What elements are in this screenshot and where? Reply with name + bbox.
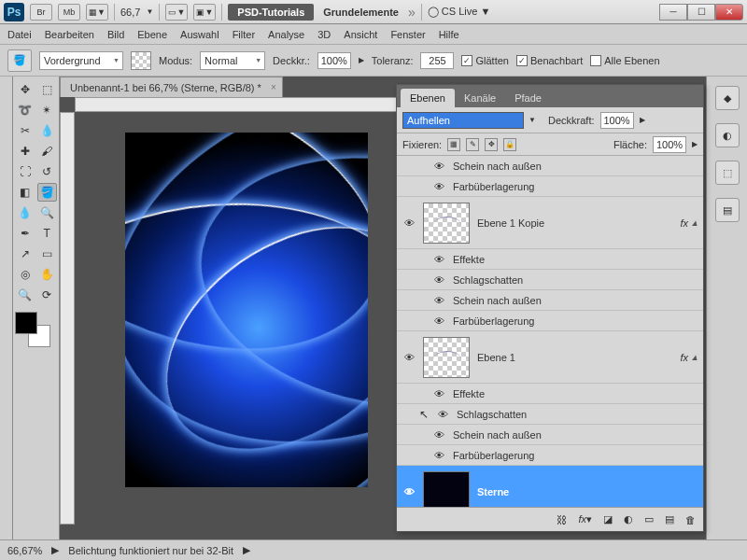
workspace-plain[interactable]: Grundelemente [319,7,402,18]
tolerance-field[interactable]: 255 [420,52,454,69]
tab-ebenen[interactable]: Ebenen [401,89,455,107]
marquee-tool[interactable]: ⬚ [37,80,58,99]
layer-row[interactable]: 👁Ebene 1 Kopiefx ▴ [397,197,703,249]
visibility-icon[interactable]: 👁 [402,351,416,364]
more-workspaces-icon[interactable]: » [408,5,416,20]
canvas[interactable] [125,133,368,487]
menu-fenster[interactable]: Fenster [390,29,425,40]
foreground-color[interactable] [15,312,37,334]
crop-tool[interactable]: ✂ [15,121,35,140]
fx-badge[interactable]: fx ▴ [680,351,698,363]
layer-opacity-field[interactable]: 100% [600,112,634,129]
lock-all-icon[interactable]: 🔒 [503,138,516,151]
fill-field[interactable]: 100% [653,136,686,153]
mode-dropdown[interactable]: Normal [200,51,265,70]
type-tool[interactable]: T [37,224,58,243]
visibility-icon[interactable]: 👁 [432,160,445,173]
window-minimize[interactable]: ─ [659,4,687,21]
window-close[interactable]: ✕ [715,4,743,21]
stamp-tool[interactable]: ⛶ [15,162,35,181]
layer-row-selected[interactable]: 👁Sterne [397,466,703,507]
visibility-icon[interactable]: 👁 [402,485,416,498]
color-swatches[interactable] [15,312,50,347]
layers-dock-icon[interactable]: ◆ [715,86,740,110]
cs-live[interactable]: ◯ CS Live ▼ [428,6,491,18]
visibility-icon[interactable]: 👁 [436,408,449,421]
history-dock-icon[interactable]: ▤ [715,198,740,222]
wand-tool[interactable]: ✴ [37,101,58,119]
effect-row[interactable]: ↖👁Schlagschatten [397,404,703,425]
antialias-checkbox[interactable]: ✓Glätten [461,55,508,66]
menu-datei[interactable]: Datei [7,29,32,40]
menu-bild[interactable]: Bild [107,29,124,40]
all-layers-checkbox[interactable]: Alle Ebenen [590,55,659,66]
3d-tool[interactable]: ◎ [15,265,35,284]
tab-pfade[interactable]: Pfade [505,89,551,107]
visibility-icon[interactable]: 👁 [432,449,445,462]
tab-kanaele[interactable]: Kanäle [455,89,505,107]
fx-badge[interactable]: fx ▴ [680,217,698,229]
menu-filter[interactable]: Filter [233,29,255,40]
close-tab-icon[interactable]: × [271,82,276,92]
visibility-icon[interactable]: 👁 [432,315,445,328]
blur-tool[interactable]: 💧 [15,203,35,222]
effect-row[interactable]: 👁Schein nach außen [397,156,703,176]
layer-thumbnail[interactable] [423,203,470,244]
workspace-tag[interactable]: PSD-Tutorials [228,4,314,21]
effects-row[interactable]: 👁Effekte [397,249,703,270]
menu-hilfe[interactable]: Hilfe [439,29,459,40]
effect-row[interactable]: 👁Farbüberlagerung [397,445,703,466]
bucket-tool[interactable]: 🪣 [37,183,58,202]
menu-analyse[interactable]: Analyse [268,29,304,40]
mask-button[interactable]: ◪ [603,513,613,525]
pattern-swatch[interactable] [131,51,151,70]
view-extras-button[interactable]: ▦▼ [86,4,108,21]
effect-row[interactable]: 👁Schein nach außen [397,425,703,445]
contiguous-checkbox[interactable]: ✓Benachbart [516,55,583,66]
color-dock-icon[interactable]: ◐ [715,123,740,147]
visibility-icon[interactable]: 👁 [432,387,445,400]
lock-pixels-icon[interactable]: ▦ [447,138,460,151]
status-zoom[interactable]: 66,67% [7,545,42,556]
effect-row[interactable]: 👁Schein nach außen [397,290,703,311]
layer-thumbnail[interactable] [423,471,470,508]
view-button[interactable]: ▭▼ [165,4,188,21]
visibility-icon[interactable]: 👁 [402,217,416,230]
lock-brush-icon[interactable]: ✎ [466,138,479,151]
adjust-dock-icon[interactable]: ⬚ [715,161,740,185]
group-button[interactable]: ▭ [644,513,654,525]
window-maximize[interactable]: ☐ [687,4,715,21]
move-tool[interactable]: ✥ [15,80,35,99]
shape-tool[interactable]: ▭ [37,245,58,263]
zoom-level[interactable]: 66,7 [120,7,140,18]
visibility-icon[interactable]: 👁 [432,294,445,307]
path-tool[interactable]: ↗ [15,245,35,263]
menu-bearbeiten[interactable]: Bearbeiten [45,29,94,40]
eraser-tool[interactable]: ◧ [15,183,35,202]
brush-tool[interactable]: 🖌 [37,142,58,161]
menu-ebene[interactable]: Ebene [137,29,167,40]
menu-ansicht[interactable]: Ansicht [344,29,377,40]
visibility-icon[interactable]: 👁 [432,273,445,287]
fx-button[interactable]: fx▾ [578,513,592,525]
effect-row[interactable]: 👁Schlagschatten [397,270,703,290]
pen-tool[interactable]: ✒ [15,224,35,243]
adjustment-button[interactable]: ◐ [624,513,633,525]
zoom-tool[interactable]: 🔍 [15,286,35,304]
bucket-tool-icon[interactable]: 🪣 [7,49,32,72]
opacity-field[interactable]: 100% [317,52,351,69]
lasso-tool[interactable]: ➰ [15,101,35,119]
delete-layer-button[interactable]: 🗑 [685,514,696,525]
minibridge-button[interactable]: Mb [58,4,80,21]
dodge-tool[interactable]: 🔍 [37,203,58,222]
visibility-icon[interactable]: 👁 [432,253,445,266]
effects-row[interactable]: 👁Effekte [397,384,703,404]
link-layers-icon[interactable]: ⛓ [557,514,567,525]
effect-row[interactable]: 👁Farbüberlagerung [397,311,703,331]
hand-tool[interactable]: ✋ [37,265,58,284]
screen-mode-button[interactable]: ▣▼ [193,4,216,21]
eyedropper-tool[interactable]: 💧 [37,121,58,140]
heal-tool[interactable]: ✚ [15,142,35,161]
visibility-icon[interactable]: 👁 [432,180,445,193]
menu-auswahl[interactable]: Auswahl [180,29,219,40]
